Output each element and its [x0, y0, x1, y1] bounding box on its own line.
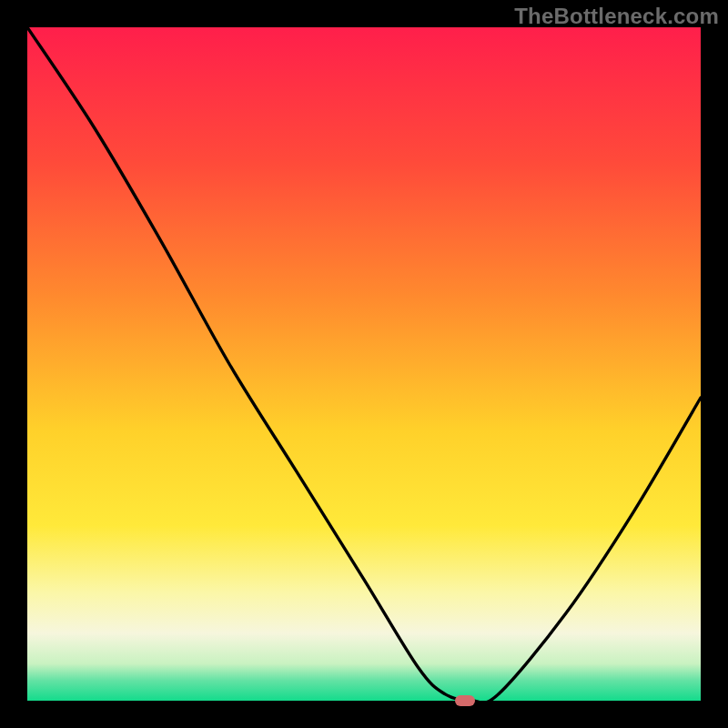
optimal-point-marker: [455, 695, 475, 706]
plot-svg: [27, 27, 701, 701]
gradient-background: [27, 27, 701, 701]
chart-frame: TheBottleneck.com: [0, 0, 728, 728]
plot-area: [27, 27, 701, 701]
watermark-text: TheBottleneck.com: [514, 4, 719, 29]
